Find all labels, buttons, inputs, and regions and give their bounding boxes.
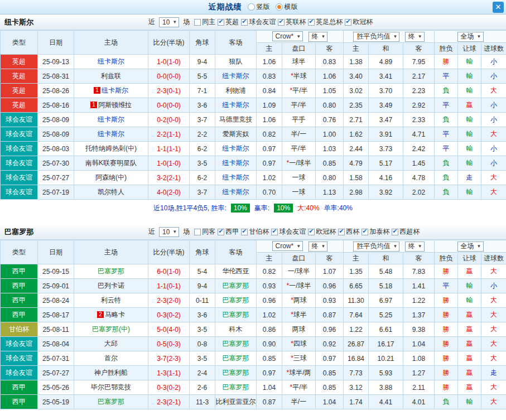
avg-final-select[interactable]: 终 ▼ <box>405 32 425 42</box>
odds-final-select[interactable]: 终 ▼ <box>309 32 328 42</box>
odds-header: Crow* ▼ 终 ▼ <box>257 31 344 43</box>
result-outcome: 勝 <box>435 380 458 395</box>
match-type: 西甲 <box>1 264 38 279</box>
match-type: 英超 <box>1 69 38 84</box>
summary-text: 近10场,胜1平4负5, 胜率: <box>153 204 227 213</box>
filter-英联杯[interactable]: 英联杯 <box>278 17 306 27</box>
checkbox-icon[interactable] <box>338 229 345 235</box>
filter-欧冠杯[interactable]: 欧冠杯 <box>345 17 373 27</box>
avg-away: 4.01 <box>403 395 435 409</box>
avg-final-select[interactable]: 终 ▼ <box>405 242 425 252</box>
avg-draw: 4.41 <box>369 395 403 409</box>
filter-label: 加泰杯 <box>369 227 389 236</box>
away-team: 巴塞罗那 <box>215 293 257 308</box>
col-score: 比分(半场) <box>148 31 190 55</box>
checkbox-icon[interactable] <box>241 229 248 235</box>
checkbox-icon[interactable] <box>308 229 315 235</box>
layout-vertical-radio[interactable]: 竖版 <box>248 2 270 12</box>
home-team: 南韩K联赛明星队 <box>74 156 148 171</box>
bookmaker-select[interactable]: Crow* ▼ <box>272 241 303 251</box>
result-goals: 大 <box>481 351 506 366</box>
match-type: 球会友谊 <box>1 337 38 351</box>
match-row: 甘伯杯 25-08-11 巴塞罗那(中) 5-0(4-0) 3-5 科木 0.8… <box>1 322 506 337</box>
checkbox-icon[interactable] <box>218 19 224 26</box>
odds-home: 0.90 <box>257 337 282 351</box>
odds-home: 1.04 <box>257 380 282 395</box>
checkbox-icon[interactable] <box>278 19 285 26</box>
checkbox-icon[interactable] <box>362 229 368 235</box>
filter-加泰杯[interactable]: 加泰杯 <box>362 227 389 236</box>
avg-draw: 6.97 <box>369 293 403 308</box>
avg-type-select[interactable]: 胜平负均值 ▼ <box>353 32 399 42</box>
odds-away: 0.76 <box>316 113 344 127</box>
result-handicap: 贏 <box>458 98 481 113</box>
checkbox-icon[interactable] <box>241 19 248 26</box>
checkbox-icon[interactable] <box>308 19 315 26</box>
away-team: 比利亚雷亚尔 <box>215 395 257 409</box>
match-row: 英超 25-09-13 纽卡斯尔 1-0(1-0) 9-4 狼队 1.06 球半… <box>1 55 506 69</box>
filter-西杯[interactable]: 西杯 <box>338 227 359 236</box>
radio-label: 竖版 <box>257 2 270 12</box>
filter-同客[interactable]: 同客 <box>194 227 215 236</box>
match-date: 25-08-16 <box>38 98 74 113</box>
filter-甘伯杯[interactable]: 甘伯杯 <box>241 227 269 236</box>
filter-球会友谊[interactable]: 球会友谊 <box>271 227 306 236</box>
filter-西超杯[interactable]: 西超杯 <box>392 227 420 236</box>
away-team: 纽卡斯尔 <box>215 142 257 156</box>
filter-英超[interactable]: 英超 <box>218 17 239 27</box>
match-date: 25-09-15 <box>38 264 74 279</box>
avg-draw: 3.41 <box>369 69 403 84</box>
away-team: 纽卡斯尔 <box>215 171 257 185</box>
away-team: 纽卡斯尔 <box>215 156 257 171</box>
away-team: 巴塞罗那 <box>215 308 257 322</box>
match-date: 25-08-04 <box>38 337 74 351</box>
games-count-select[interactable]: 10 ▼ <box>159 17 179 27</box>
filter-英足总杯[interactable]: 英足总杯 <box>308 17 343 27</box>
corners: 3-6 <box>190 308 215 322</box>
checkbox-icon[interactable] <box>345 19 351 26</box>
avg-type-select[interactable]: 胜平负均值 ▼ <box>353 242 399 252</box>
home-team: 阿森纳(中) <box>74 171 148 185</box>
avg-home: 2.98 <box>344 185 369 200</box>
match-date: 25-07-30 <box>38 156 74 171</box>
games-count-select[interactable]: 10 ▼ <box>159 227 179 237</box>
match-date: 25-09-13 <box>38 55 74 69</box>
bookmaker-select[interactable]: Crow* ▼ <box>272 31 303 41</box>
odds-final-select[interactable]: 终 ▼ <box>309 242 328 252</box>
odds-away: 1.04 <box>316 395 344 409</box>
filter-同主[interactable]: 同主 <box>194 17 215 27</box>
avg-away: 2.11 <box>403 380 435 395</box>
filter-球会友谊[interactable]: 球会友谊 <box>241 17 276 27</box>
checkbox-icon[interactable] <box>218 229 224 235</box>
match-type: 西甲 <box>1 279 38 293</box>
home-team: 神户胜利船 <box>74 366 148 380</box>
odds-final-value: 终 <box>312 32 319 41</box>
checkbox-icon[interactable] <box>194 19 201 26</box>
close-button[interactable]: ✕ <box>493 2 504 13</box>
match-type: 英超 <box>1 84 38 98</box>
games-suffix-label: 场 <box>183 17 190 27</box>
filter-欧冠杯[interactable]: 欧冠杯 <box>308 227 336 236</box>
match-row: 西甲 25-05-26 毕尔巴鄂竞技 0-3(0-2) 2-6 巴塞罗那 1.0… <box>1 380 506 395</box>
result-handicap: 輸 <box>458 84 481 98</box>
radio-icon[interactable] <box>276 3 283 11</box>
match-type: 球会友谊 <box>1 127 38 142</box>
scope-select[interactable]: 全场 ▼ <box>457 32 484 42</box>
window-title: 近期战绩 <box>209 2 242 12</box>
match-row: 西甲 25-09-01 巴列卡诺 1-1(0-1) 9-4 巴塞罗那 0.93 … <box>1 279 506 293</box>
away-team: 马德里竞技 <box>215 113 257 127</box>
checkbox-icon[interactable] <box>392 229 398 235</box>
result-handicap: 輸 <box>458 293 481 308</box>
checkbox-icon[interactable] <box>194 229 201 235</box>
scope-select[interactable]: 全场 ▼ <box>457 242 484 252</box>
avg-home: 1.62 <box>344 127 369 142</box>
checkbox-icon[interactable] <box>271 229 278 235</box>
big-rate-label: 大:40% <box>297 204 319 213</box>
avg-away: 4.71 <box>403 127 435 142</box>
result-outcome: 負 <box>435 185 458 200</box>
handicap: 平/半 <box>282 98 316 113</box>
radio-icon[interactable] <box>248 3 255 11</box>
layout-horizontal-radio[interactable]: 横版 <box>276 2 298 12</box>
filter-西甲[interactable]: 西甲 <box>218 227 239 236</box>
odds-home: 0.97 <box>257 142 282 156</box>
